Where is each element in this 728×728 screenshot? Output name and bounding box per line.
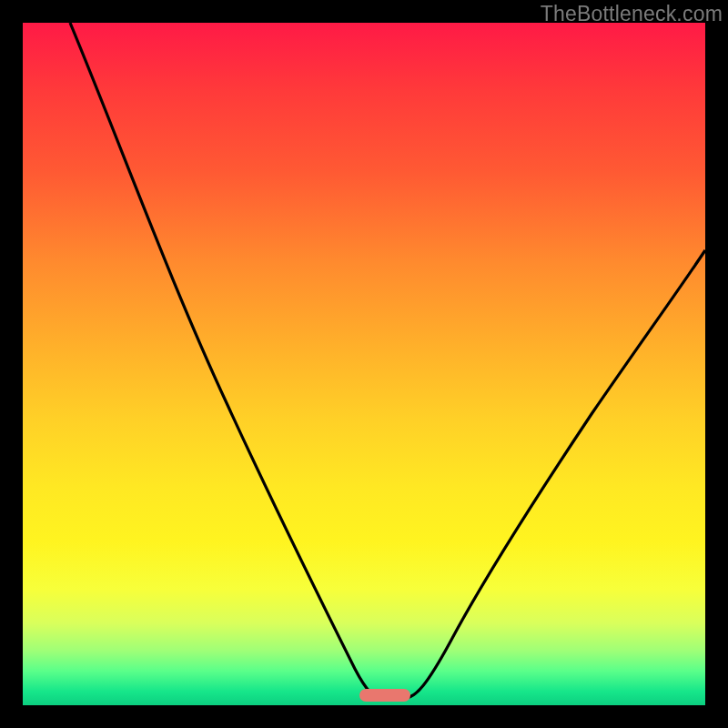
watermark-text: TheBottleneck.com — [541, 2, 723, 26]
plot-area — [23, 23, 705, 705]
chart-frame: TheBottleneck.com — [0, 0, 728, 728]
bottleneck-curve — [23, 23, 705, 705]
curve-right-branch — [405, 250, 705, 698]
curve-left-branch — [70, 23, 382, 698]
bottleneck-marker — [359, 689, 410, 702]
